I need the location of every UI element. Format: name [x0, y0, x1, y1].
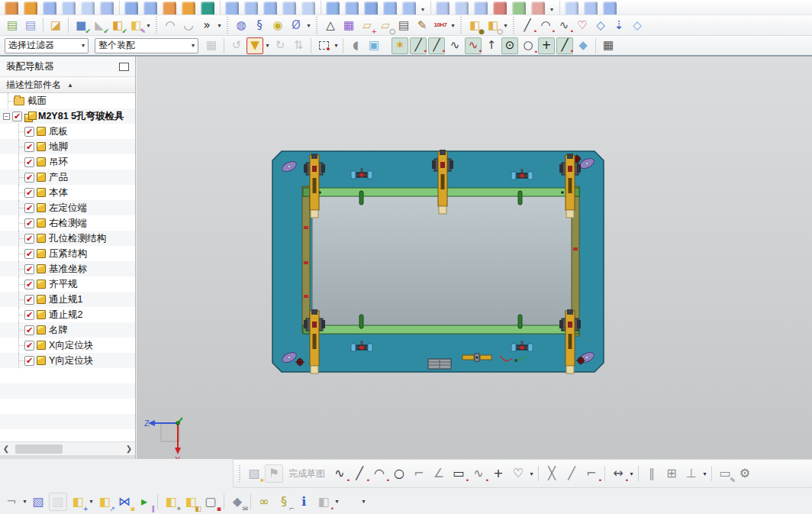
snap-enable-icon[interactable]: ✶ — [392, 37, 408, 54]
tree-item-通止规2[interactable]: ✔通止规2 — [0, 307, 135, 322]
tree-item-基准坐标[interactable]: ✔基准坐标 — [0, 261, 135, 276]
assembly-constraints-icon[interactable]: ◧◧ — [182, 493, 200, 511]
toolbar-overflow-icon-dropdown[interactable]: ▾ — [216, 22, 223, 29]
component-sequence-icon[interactable]: ▢▪ — [201, 493, 220, 511]
toolbar-icon-partial[interactable] — [436, 2, 450, 15]
constraint-info-icon[interactable]: ℹ — [295, 493, 313, 511]
handles-icon[interactable]: ⇅ — [290, 37, 307, 54]
tree-item-齐平规[interactable]: ✔齐平规 — [0, 276, 135, 292]
assembly-more-right-dropdown[interactable]: ▾ — [360, 498, 367, 505]
unlock-components-icon[interactable]: ◧○ — [485, 17, 501, 34]
exploded-views-icon-dropdown[interactable]: ▾ — [334, 498, 340, 505]
circle-icon[interactable]: ○ — [390, 464, 408, 483]
model-pin[interactable] — [518, 191, 522, 205]
tree-item-产品[interactable]: ✔产品 — [0, 170, 135, 185]
toolbar-icon-partial[interactable] — [5, 2, 18, 15]
visibility-checkbox[interactable]: ✔ — [24, 173, 34, 183]
studio-spline-icon[interactable]: ∿• — [556, 17, 572, 34]
tree-item-X向定位块[interactable]: ✔X向定位块 — [0, 338, 135, 353]
tolerance-search-icon[interactable]: 10H7 — [432, 17, 449, 34]
find-component-icon[interactable]: ▧ — [29, 493, 47, 511]
grid-snap-icon[interactable]: ▦ — [600, 37, 617, 54]
toolbar-drag-handle[interactable] — [512, 17, 515, 34]
toolbar-icon-partial[interactable] — [143, 2, 157, 15]
toolbar-icon-partial[interactable] — [603, 2, 617, 15]
dropdown-arrow[interactable]: ▾ — [550, 6, 553, 13]
washer-icon[interactable]: ◉ — [269, 17, 286, 34]
expander-minus-icon[interactable]: − — [3, 113, 10, 120]
scrollbar-thumb[interactable] — [15, 444, 63, 454]
tree-item-Y向定位块[interactable]: ✔Y向定位块 — [0, 353, 135, 368]
tree-item-地脚[interactable]: ✔地脚 — [0, 139, 135, 154]
quick-trim-icon[interactable]: ╳ — [543, 464, 561, 483]
tree-item-本体[interactable]: ✔本体 — [0, 185, 135, 200]
sketch-settings-icon[interactable]: ⚙ — [736, 464, 754, 483]
part-tag-icon[interactable]: ◪ — [47, 17, 64, 34]
visibility-checkbox[interactable]: ✔ — [24, 356, 34, 366]
snap-tangent-icon[interactable]: ∿ — [446, 37, 463, 54]
add-component-icon[interactable]: ◧+ — [69, 493, 87, 511]
verify-tool-icon[interactable]: ◣✔ — [91, 17, 108, 34]
visibility-checkbox[interactable]: ✔ — [24, 142, 34, 152]
tree-item-通止规1[interactable]: ✔通止规1 — [0, 292, 135, 307]
visibility-checkbox[interactable]: ✔ — [24, 249, 34, 259]
move-component-icon[interactable]: ◧↗ — [95, 493, 114, 511]
examine-geometry-icon[interactable]: ■✔ — [72, 17, 89, 34]
tree-item-压紧结构[interactable]: ✔压紧结构 — [0, 246, 135, 261]
toolbar-icon-partial[interactable] — [364, 2, 378, 15]
selection-filter-icon[interactable]: ▼ — [246, 37, 263, 54]
part-names-icon[interactable]: ◧✎ — [127, 17, 144, 34]
toolbar-drag-handle[interactable] — [238, 465, 241, 482]
interpart-link-icon[interactable]: ∞ — [255, 493, 273, 511]
marquee-select-icon[interactable] — [315, 37, 332, 54]
ellipse-conic-icon-dropdown[interactable]: ▾ — [528, 470, 535, 477]
toolbar-icon-partial[interactable] — [301, 2, 315, 15]
model-pin[interactable] — [359, 315, 363, 328]
holes-folder-icon[interactable]: ▱○ — [377, 17, 394, 34]
suppress-component-icon[interactable]: ▸∥ — [135, 493, 153, 511]
project-curve-icon[interactable]: ⇣ — [611, 17, 627, 34]
selection-filter-combo[interactable]: 选择过滤器 ▾ — [5, 38, 89, 53]
toolbar-icon-partial[interactable] — [43, 2, 56, 15]
reset-orientation-icon[interactable]: ↻ — [272, 37, 288, 54]
ellipse-conic-icon[interactable]: ♡ — [509, 464, 527, 483]
pattern-curve-icon[interactable]: ∿• — [469, 464, 488, 483]
snap-midpoint-icon[interactable]: ╱• — [428, 37, 445, 54]
snap-quadrant-icon[interactable]: ○• — [520, 37, 536, 54]
brush-icon[interactable]: ✎ — [414, 17, 430, 34]
visibility-checkbox[interactable]: ✔ — [24, 203, 34, 213]
sketch-in-task-icon[interactable]: ▧✶ — [245, 464, 263, 483]
verify-cube-icon[interactable]: ◧✔ — [109, 17, 126, 34]
toolbar-icon-partial[interactable] — [531, 2, 545, 15]
line-icon[interactable]: ╱• — [350, 464, 369, 483]
make-corner-icon[interactable]: ⌐• — [582, 464, 601, 483]
open-component-icon[interactable]: ▧ — [49, 493, 67, 511]
exploded-views-icon[interactable]: ◧• — [314, 493, 333, 511]
snap-existing-point-icon[interactable]: ╱• — [556, 37, 573, 54]
tree-item-名牌[interactable]: ✔名牌 — [0, 322, 135, 338]
model-left-rail[interactable] — [302, 186, 310, 333]
assembly-more-left-dropdown[interactable]: ▾ — [21, 498, 28, 505]
toolbar-icon-partial[interactable] — [124, 2, 138, 15]
marquee-select-icon-dropdown[interactable]: ▾ — [333, 42, 340, 49]
wave-geometry-linker-icon[interactable]: ◆✉ — [228, 493, 246, 511]
coil-icon[interactable]: ◍ — [233, 17, 250, 34]
notes-icon[interactable]: ▤ — [395, 17, 412, 34]
snap-point-icon[interactable]: + — [538, 37, 555, 54]
visibility-checkbox[interactable]: ✔ — [24, 325, 34, 335]
toolbar-icon-partial[interactable] — [182, 2, 195, 15]
visibility-checkbox[interactable]: ✔ — [24, 127, 34, 137]
scroll-left-icon[interactable]: ❮ — [0, 444, 12, 453]
visibility-checkbox[interactable]: ✔ — [24, 218, 34, 228]
lock-components-icon[interactable]: ◧● — [466, 17, 483, 34]
snap-spline-pole-icon[interactable]: ∿• — [465, 37, 482, 54]
parallel-constraint-icon[interactable]: ∥ — [643, 464, 661, 483]
swept-surface-icon[interactable]: ◇ — [629, 17, 646, 34]
toolbar-icon-partial[interactable] — [402, 2, 416, 15]
tree-item-M2Y81 5孔弯玻检具[interactable]: −✔M2Y81 5孔弯玻检具 — [0, 108, 135, 124]
toolbar-icon-partial[interactable] — [282, 2, 296, 15]
sheet-surface-icon[interactable]: ◇ — [592, 17, 609, 34]
section-view-icon[interactable]: ▣ — [366, 37, 382, 54]
profile-icon[interactable]: ∿• — [330, 464, 349, 483]
column-header-descriptive-part-name[interactable]: 描述性部件名 ▲ — [0, 76, 135, 93]
